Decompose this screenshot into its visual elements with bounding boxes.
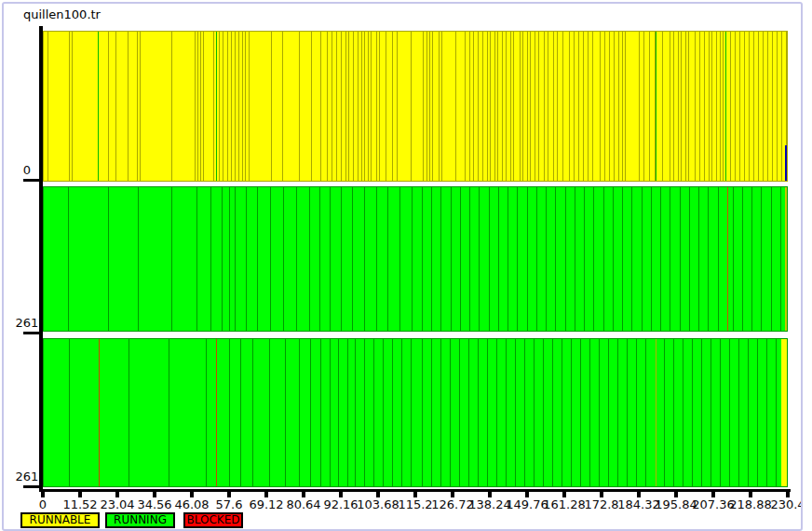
state-segment-line <box>506 32 507 181</box>
state-segment-line <box>527 32 528 181</box>
state-segment-line <box>578 32 579 181</box>
state-segment-line <box>678 32 679 181</box>
y-axis-tick <box>23 485 39 488</box>
legend-runnable-label: RUNNABLE <box>30 513 91 526</box>
state-segment-line <box>513 32 514 181</box>
state-segment-line <box>368 32 369 181</box>
state-segment-line <box>536 187 537 331</box>
state-segment-line <box>744 32 745 181</box>
state-segment-line <box>311 32 312 181</box>
state-segment-line <box>761 187 762 331</box>
state-segment-line <box>235 32 236 181</box>
state-segment-line <box>524 339 525 486</box>
state-segment-line <box>569 32 570 181</box>
state-segment-line <box>544 32 545 181</box>
x-axis-tick-label: 230.4 <box>765 497 803 511</box>
state-segment-line <box>115 32 116 181</box>
legend-runnable-button[interactable]: RUNNABLE <box>20 512 100 528</box>
state-segment-line <box>749 32 750 181</box>
state-segment-line <box>670 187 670 331</box>
state-segment-line <box>206 339 207 486</box>
state-segment-line <box>716 32 717 181</box>
state-segment-line <box>771 187 772 331</box>
state-segment-line <box>780 187 781 331</box>
state-segment-line <box>353 32 354 181</box>
state-segment-line <box>699 32 700 181</box>
state-segment-line <box>341 187 342 331</box>
state-segment-line <box>502 32 503 181</box>
legend-running-button[interactable]: RUNNING <box>105 512 175 528</box>
state-segment-line <box>401 339 402 486</box>
thread-timeline-band-1[interactable] <box>43 31 788 182</box>
state-segment-line <box>496 339 497 486</box>
state-segment-line <box>108 187 109 331</box>
state-segment-line <box>767 32 768 181</box>
state-segment-line <box>553 32 554 181</box>
state-segment-line <box>468 339 469 486</box>
state-segment-line <box>411 32 412 181</box>
state-segment-line <box>285 339 286 486</box>
state-segment-line <box>128 32 129 181</box>
state-segment-line <box>649 32 650 181</box>
state-segment-line <box>332 32 332 181</box>
state-segment-line <box>330 339 331 486</box>
state-segment-line <box>748 339 749 486</box>
state-segment-line <box>327 32 328 181</box>
state-segment-line <box>392 339 393 486</box>
state-segment-line <box>479 187 480 331</box>
state-segment-line <box>584 187 585 331</box>
state-segment-line <box>309 187 310 331</box>
state-segment-line <box>392 32 393 181</box>
state-segment-line <box>660 187 661 331</box>
state-segment-line <box>240 339 241 486</box>
state-segment-line <box>171 187 172 331</box>
state-segment-line <box>680 187 681 331</box>
state-event-marker <box>727 187 728 331</box>
state-segment-line <box>588 32 589 181</box>
state-segment-line <box>494 32 495 181</box>
state-segment-line <box>222 187 223 331</box>
y-axis-thread-label: 261 <box>11 316 43 330</box>
state-segment-line <box>341 32 342 181</box>
state-segment-line <box>412 187 413 331</box>
state-segment-line <box>439 32 440 181</box>
state-segment-line <box>320 339 321 486</box>
state-segment-line <box>379 32 380 181</box>
state-segment-line <box>753 32 754 181</box>
state-segment-line <box>72 32 73 181</box>
state-segment-line <box>482 32 483 181</box>
state-segment-line <box>729 339 730 486</box>
state-segment-line <box>422 187 423 331</box>
state-segment-line <box>348 32 349 181</box>
state-segment-line <box>171 32 172 181</box>
state-segment-line <box>210 187 211 331</box>
state-segment-line <box>617 339 618 486</box>
state-segment-line <box>383 339 384 486</box>
state-event-marker <box>216 32 217 181</box>
state-segment-line <box>720 339 721 486</box>
state-segment-line <box>229 187 230 331</box>
state-segment-line <box>766 339 767 486</box>
state-segment-line <box>330 187 331 331</box>
state-segment-line <box>282 32 283 181</box>
legend-blocked-button[interactable]: BLOCKED <box>183 512 243 528</box>
state-segment-line <box>704 32 705 181</box>
state-segment-line <box>708 187 709 331</box>
state-segment-line <box>345 32 346 181</box>
state-segment-line <box>515 339 516 486</box>
state-segment-line <box>781 32 782 181</box>
thread-timeline-band-3[interactable] <box>43 338 788 487</box>
state-segment-line <box>711 32 712 181</box>
state-segment-line <box>710 339 711 486</box>
state-segment-line <box>429 32 430 181</box>
thread-timeline-band-2[interactable] <box>43 186 788 332</box>
state-segment-line <box>776 339 777 486</box>
state-segment-line <box>426 32 427 181</box>
state-segment-line <box>47 32 48 181</box>
state-segment-line <box>361 32 362 181</box>
state-event-marker <box>656 339 656 486</box>
state-segment-line <box>520 32 521 181</box>
state-segment-line <box>68 187 69 331</box>
state-segment-line <box>574 32 575 181</box>
state-segment-line <box>489 187 490 331</box>
